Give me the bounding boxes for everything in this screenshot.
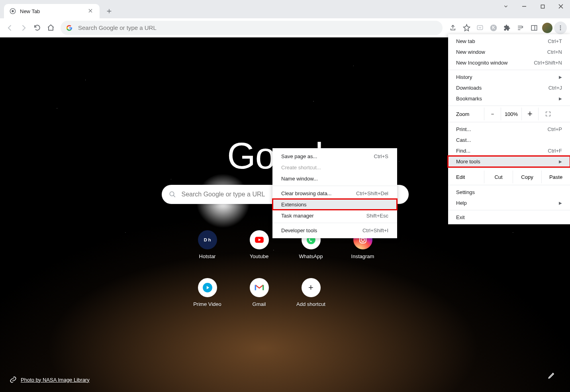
window-maximize-icon[interactable] (533, 0, 552, 13)
tab-strip: New Tab (0, 0, 570, 18)
menu-edit-row: Edit Cut Copy Paste (448, 171, 570, 183)
menu-new-tab[interactable]: New tabCtrl+T (448, 36, 570, 47)
attribution-link[interactable]: Photo by NASA Image Library (21, 377, 90, 383)
submenu-extensions[interactable]: Extensions (272, 199, 397, 210)
svg-point-1 (12, 10, 14, 12)
submenu-create-shortcut: Create shortcut... (272, 162, 397, 173)
menu-copy[interactable]: Copy (513, 171, 541, 183)
menu-bookmarks[interactable]: Bookmarks▶ (448, 93, 570, 104)
svg-text:K: K (492, 25, 495, 30)
menu-cut[interactable]: Cut (484, 171, 513, 183)
new-tab-button[interactable] (104, 6, 115, 17)
zoom-out-button[interactable]: − (484, 108, 501, 120)
search-icon (169, 191, 176, 198)
zoom-value: 100% (501, 108, 521, 120)
menu-help[interactable]: Help▶ (448, 198, 570, 208)
chrome-menu: New tabCtrl+T New windowCtrl+N New Incog… (448, 34, 570, 224)
submenu-dev-tools[interactable]: Developer toolsCtrl+Shift+I (272, 225, 397, 236)
shortcut-prime-video[interactable]: Prime Video (182, 269, 233, 316)
menu-history[interactable]: History▶ (448, 72, 570, 82)
window-controls (497, 0, 570, 13)
forward-button[interactable] (17, 21, 30, 35)
window-dropdown-icon[interactable] (497, 0, 515, 13)
menu-downloads[interactable]: DownloadsCtrl+J (448, 82, 570, 93)
menu-print[interactable]: Print...Ctrl+P (448, 124, 570, 135)
tab-title: New Tab (20, 8, 88, 14)
menu-paste[interactable]: Paste (541, 171, 570, 183)
chevron-right-icon: ▶ (559, 201, 562, 205)
menu-exit[interactable]: Exit (448, 212, 570, 223)
svg-rect-3 (477, 25, 483, 30)
reading-list-icon[interactable] (514, 22, 527, 34)
shortcut-gmail[interactable]: Gmail (233, 269, 285, 316)
shortcut-add[interactable]: +Add shortcut (285, 269, 337, 316)
menu-more-tools[interactable]: More tools▶ (448, 156, 570, 167)
browser-tab[interactable]: New Tab (4, 4, 100, 18)
omnibox-input[interactable] (78, 24, 437, 31)
menu-find[interactable]: Find...Ctrl+F (448, 145, 570, 156)
shortcut-hotstar[interactable]: D hHotstar (182, 221, 233, 269)
more-tools-submenu: Save page as...Ctrl+S Create shortcut...… (272, 148, 397, 238)
link-icon (10, 376, 17, 383)
profile-avatar[interactable] (542, 23, 552, 33)
background-attribution: Photo by NASA Image Library (10, 376, 90, 383)
zoom-in-button[interactable]: + (521, 108, 538, 120)
extension-k-icon[interactable]: K (487, 22, 500, 34)
svg-point-7 (560, 25, 561, 27)
window-minimize-icon[interactable] (515, 0, 533, 13)
svg-point-14 (361, 238, 364, 241)
submenu-save-page[interactable]: Save page as...Ctrl+S (272, 151, 397, 162)
svg-point-9 (560, 29, 561, 30)
chevron-right-icon: ▶ (559, 159, 562, 164)
side-panel-icon[interactable] (528, 22, 541, 34)
menu-new-incognito[interactable]: New Incognito windowCtrl+Shift+N (448, 57, 570, 68)
address-bar[interactable] (61, 21, 443, 35)
bookmark-star-icon[interactable] (460, 22, 473, 34)
close-tab-icon[interactable] (88, 8, 94, 14)
chrome-menu-button[interactable] (554, 22, 567, 34)
svg-point-8 (560, 27, 561, 28)
chevron-right-icon: ▶ (559, 75, 562, 79)
svg-rect-6 (531, 25, 537, 30)
menu-settings[interactable]: Settings (448, 187, 570, 198)
extension-pocket-icon[interactable] (474, 22, 486, 34)
share-icon[interactable] (447, 22, 459, 34)
submenu-task-manager[interactable]: Task managerShift+Esc (272, 210, 397, 221)
extensions-puzzle-icon[interactable] (501, 22, 513, 34)
google-icon (66, 25, 72, 31)
menu-new-window[interactable]: New windowCtrl+N (448, 47, 570, 57)
svg-rect-2 (541, 5, 544, 8)
submenu-clear-data[interactable]: Clear browsing data...Ctrl+Shift+Del (272, 188, 397, 199)
tab-favicon (10, 8, 16, 14)
back-button[interactable] (3, 21, 17, 35)
svg-point-10 (170, 192, 174, 196)
window-close-icon[interactable] (552, 0, 570, 13)
fullscreen-button[interactable] (538, 108, 557, 120)
chevron-right-icon: ▶ (559, 96, 562, 101)
home-button[interactable] (44, 21, 57, 35)
customize-button[interactable] (544, 367, 560, 383)
menu-cast[interactable]: Cast... (448, 135, 570, 145)
reload-button[interactable] (30, 21, 44, 35)
menu-zoom: Zoom − 100% + (448, 108, 570, 120)
submenu-name-window[interactable]: Name window... (272, 173, 397, 184)
